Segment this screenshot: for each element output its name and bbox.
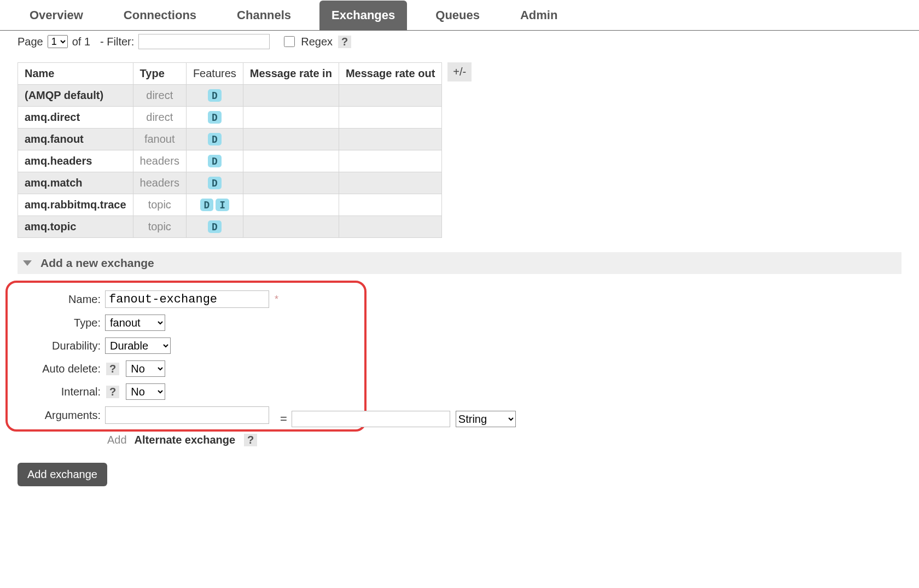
feature-badge-d: D — [208, 89, 222, 102]
exchange-features-cell: D — [186, 107, 243, 129]
rate-in-cell — [243, 150, 339, 172]
exchange-features-cell: D — [186, 172, 243, 194]
exchange-name-cell[interactable]: amq.rabbitmq.trace — [18, 194, 133, 216]
table-row: amq.directdirectD — [18, 107, 442, 129]
exchange-name-cell[interactable]: amq.direct — [18, 107, 133, 129]
alternate-exchange-link[interactable]: Alternate exchange — [135, 434, 236, 446]
autodelete-help-icon[interactable]: ? — [106, 363, 119, 375]
rate-in-cell — [243, 194, 339, 216]
argument-type-select[interactable]: String — [456, 411, 516, 427]
exchange-type-cell: headers — [133, 172, 186, 194]
feature-badge-d: D — [208, 111, 222, 124]
exchange-features-cell: D — [186, 216, 243, 238]
durability-label: Durability: — [12, 340, 105, 352]
th-features[interactable]: Features — [186, 63, 243, 85]
rate-in-cell — [243, 85, 339, 107]
exchange-features-cell: D — [186, 150, 243, 172]
alternate-exchange-help-icon[interactable]: ? — [244, 434, 257, 446]
exchange-type-cell: headers — [133, 150, 186, 172]
filter-input[interactable] — [138, 34, 270, 49]
add-exchange-section-title: Add a new exchange — [40, 257, 154, 270]
tab-channels[interactable]: Channels — [225, 1, 303, 30]
tab-admin[interactable]: Admin — [508, 1, 569, 30]
add-exchange-form-highlight: Name: * Type: fanout Durability: Durable… — [5, 281, 367, 432]
exchange-type-cell: topic — [133, 216, 186, 238]
rate-out-cell — [339, 85, 441, 107]
feature-badge-d: D — [208, 133, 222, 145]
exchange-type-cell: direct — [133, 85, 186, 107]
exchange-name-cell[interactable]: amq.match — [18, 172, 133, 194]
table-row: amq.topictopicD — [18, 216, 442, 238]
rate-out-cell — [339, 129, 441, 150]
filter-label: - Filter: — [100, 36, 134, 48]
tab-bar: OverviewConnectionsChannelsExchangesQueu… — [0, 0, 919, 31]
caret-down-icon — [23, 260, 32, 266]
feature-badge-d: D — [208, 177, 222, 189]
rate-out-cell — [339, 172, 441, 194]
exchanges-table: Name Type Features Message rate in Messa… — [18, 62, 442, 238]
add-exchange-section-toggle[interactable]: Add a new exchange — [18, 252, 901, 274]
pager-bar: Page 1 of 1 - Filter: Regex ? — [0, 31, 919, 62]
exchange-features-cell: D — [186, 129, 243, 150]
th-rate-in[interactable]: Message rate in — [243, 63, 339, 85]
feature-badge-i: I — [216, 199, 229, 211]
page-label: Page — [18, 36, 43, 48]
tab-overview[interactable]: Overview — [18, 1, 95, 30]
page-select[interactable]: 1 — [48, 35, 68, 48]
add-exchange-button[interactable]: Add exchange — [18, 463, 107, 486]
regex-label: Regex — [301, 36, 333, 48]
exchange-name-cell[interactable]: amq.headers — [18, 150, 133, 172]
feature-badge-d: D — [200, 199, 214, 211]
autodelete-select[interactable]: No — [126, 360, 165, 377]
required-indicator: * — [275, 294, 278, 305]
th-type[interactable]: Type — [133, 63, 186, 85]
feature-badge-d: D — [208, 220, 222, 233]
of-label: of 1 — [72, 36, 90, 48]
internal-select[interactable]: No — [126, 383, 165, 400]
arguments-label: Arguments: — [12, 409, 105, 422]
regex-checkbox[interactable] — [284, 36, 295, 47]
exchange-type-cell: topic — [133, 194, 186, 216]
rate-out-cell — [339, 216, 441, 238]
table-row: amq.fanoutfanoutD — [18, 129, 442, 150]
argument-value-input[interactable] — [292, 411, 450, 427]
rate-in-cell — [243, 129, 339, 150]
feature-badge-d: D — [208, 155, 222, 167]
tab-exchanges[interactable]: Exchanges — [319, 1, 407, 30]
exchange-name-input[interactable] — [105, 290, 269, 308]
exchange-type-select[interactable]: fanout — [105, 315, 165, 331]
rate-out-cell — [339, 194, 441, 216]
type-label: Type: — [12, 317, 105, 329]
th-name[interactable]: Name — [18, 63, 133, 85]
rate-in-cell — [243, 172, 339, 194]
autodelete-label: Auto delete: — [12, 363, 105, 375]
th-rate-out[interactable]: Message rate out — [339, 63, 441, 85]
internal-help-icon[interactable]: ? — [106, 386, 119, 398]
exchange-type-cell: fanout — [133, 129, 186, 150]
table-row: amq.rabbitmq.tracetopicDI — [18, 194, 442, 216]
exchange-type-cell: direct — [133, 107, 186, 129]
exchange-name-cell[interactable]: (AMQP default) — [18, 85, 133, 107]
table-row: amq.headersheadersD — [18, 150, 442, 172]
columns-toggle-button[interactable]: +/- — [447, 62, 472, 81]
table-row: amq.matchheadersD — [18, 172, 442, 194]
exchange-name-cell[interactable]: amq.fanout — [18, 129, 133, 150]
rate-in-cell — [243, 107, 339, 129]
exchange-features-cell: D — [186, 85, 243, 107]
regex-help-icon[interactable]: ? — [338, 36, 351, 48]
internal-label: Internal: — [12, 386, 105, 398]
name-label: Name: — [12, 293, 105, 306]
argument-equals: = — [280, 412, 287, 426]
table-row: (AMQP default)directD — [18, 85, 442, 107]
rate-out-cell — [339, 107, 441, 129]
add-hint-label: Add — [107, 434, 127, 446]
rate-in-cell — [243, 216, 339, 238]
durability-select[interactable]: Durable — [105, 337, 171, 354]
argument-key-input[interactable] — [105, 406, 269, 424]
tab-queues[interactable]: Queues — [423, 1, 492, 30]
tab-connections[interactable]: Connections — [112, 1, 208, 30]
exchange-name-cell[interactable]: amq.topic — [18, 216, 133, 238]
exchange-features-cell: DI — [186, 194, 243, 216]
rate-out-cell — [339, 150, 441, 172]
